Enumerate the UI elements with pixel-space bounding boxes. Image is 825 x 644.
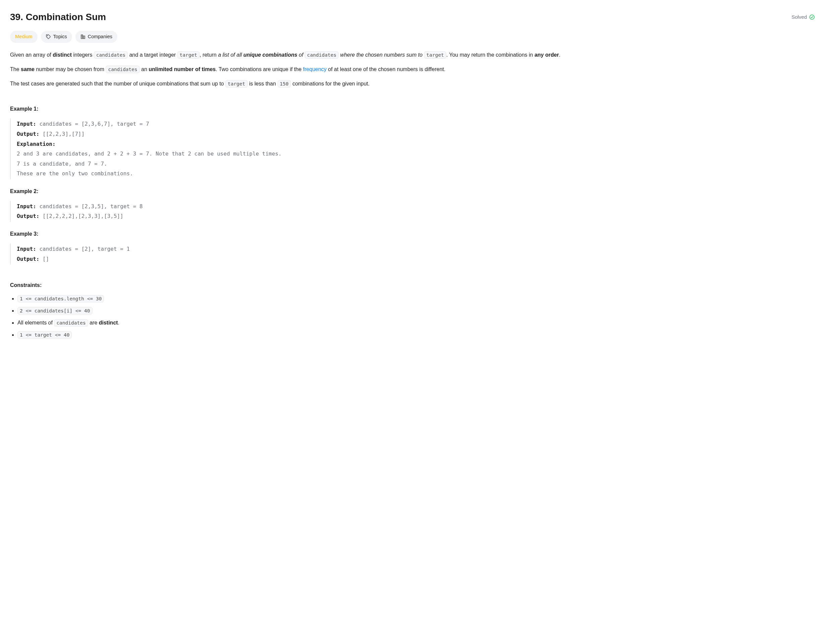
code-target: target	[225, 80, 247, 88]
constraints-list: 1 <= candidates.length <= 30 2 <= candid…	[10, 295, 815, 339]
topics-button[interactable]: Topics	[41, 31, 72, 43]
solved-label: Solved	[791, 14, 807, 21]
example-3-label: Example 3:	[10, 230, 815, 238]
code-target: target	[424, 51, 446, 59]
example-3-block: Input: candidates = [2], target = 1 Outp…	[10, 243, 815, 264]
problem-title: 39. Combination Sum	[10, 10, 106, 24]
topics-label: Topics	[53, 33, 67, 40]
difficulty-badge: Medium	[10, 31, 37, 43]
problem-description: Given an array of distinct integers cand…	[10, 50, 815, 88]
example-1-label: Example 1:	[10, 105, 815, 113]
example-2-block: Input: candidates = [2,3,5], target = 8 …	[10, 201, 815, 222]
constraint-item: All elements of candidates are distinct.	[17, 319, 815, 327]
description-paragraph-3: The test cases are generated such that t…	[10, 79, 815, 88]
check-circle-icon	[809, 14, 815, 20]
example-1-block: Input: candidates = [2,3,6,7], target = …	[10, 118, 815, 179]
svg-point-0	[810, 15, 814, 19]
description-paragraph-1: Given an array of distinct integers cand…	[10, 50, 815, 59]
constraints-label: Constraints:	[10, 281, 815, 289]
building-icon	[80, 34, 85, 39]
example-2-label: Example 2:	[10, 187, 815, 195]
code-candidates: candidates	[94, 51, 128, 59]
description-paragraph-2: The same number may be chosen from candi…	[10, 65, 815, 74]
code-candidates: candidates	[305, 51, 338, 59]
svg-rect-3	[83, 36, 85, 39]
solved-status: Solved	[791, 14, 815, 21]
code-150: 150	[278, 80, 291, 88]
svg-rect-2	[81, 35, 83, 39]
companies-label: Companies	[88, 33, 112, 40]
constraint-item: 2 <= candidates[i] <= 40	[17, 307, 815, 315]
tag-icon	[46, 34, 51, 39]
companies-button[interactable]: Companies	[76, 31, 117, 43]
constraint-item: 1 <= target <= 40	[17, 331, 815, 339]
code-candidates: candidates	[106, 66, 139, 73]
code-target: target	[177, 51, 199, 59]
frequency-link[interactable]: frequency	[303, 66, 326, 72]
svg-point-1	[47, 36, 48, 36]
constraint-item: 1 <= candidates.length <= 30	[17, 295, 815, 303]
